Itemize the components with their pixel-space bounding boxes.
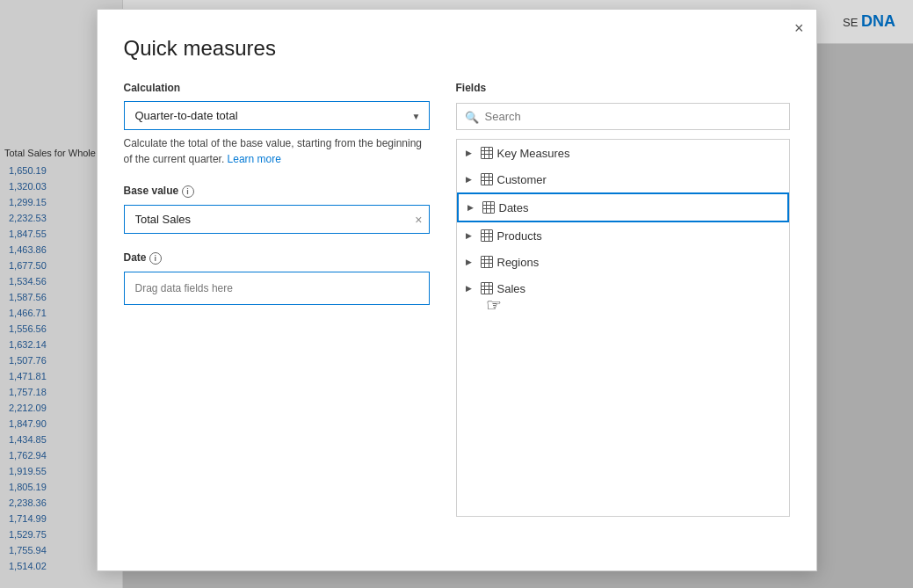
field-name-label: Products bbox=[497, 229, 542, 243]
base-value-clear-button[interactable]: × bbox=[415, 214, 422, 226]
table-icon bbox=[480, 172, 494, 186]
table-icon bbox=[480, 255, 494, 269]
fields-label: Fields bbox=[456, 82, 790, 94]
expand-arrow-icon: ▶ bbox=[466, 149, 476, 157]
left-panel: Calculation Quarter-to-date totalMonth-t… bbox=[124, 82, 430, 517]
right-panel: Fields 🔍 ▶ Key Measures▶ Customer▶ Dates… bbox=[456, 82, 790, 517]
base-value-label: Base value i bbox=[124, 185, 430, 198]
field-item[interactable]: ▶ Customer bbox=[457, 166, 789, 192]
quick-measures-modal: × Quick measures Calculation Quarter-to-… bbox=[97, 9, 817, 571]
field-name-label: Customer bbox=[497, 173, 547, 186]
field-item[interactable]: ▶ Products bbox=[457, 222, 789, 249]
table-icon bbox=[480, 281, 494, 295]
base-value-input[interactable] bbox=[124, 205, 430, 234]
close-button[interactable]: × bbox=[794, 20, 804, 36]
svg-rect-15 bbox=[481, 230, 492, 242]
field-item[interactable]: ▶ Regions bbox=[457, 249, 789, 275]
table-icon bbox=[482, 200, 496, 214]
base-value-info-icon: i bbox=[182, 185, 194, 198]
calculation-dropdown-container: Quarter-to-date totalMonth-to-date total… bbox=[124, 101, 430, 130]
field-name-label: Sales bbox=[497, 282, 526, 295]
svg-rect-20 bbox=[481, 257, 492, 268]
expand-arrow-icon: ▶ bbox=[466, 258, 476, 266]
modal-body: Calculation Quarter-to-date totalMonth-t… bbox=[124, 82, 790, 517]
calc-description: Calculate the total of the base value, s… bbox=[124, 135, 430, 167]
date-label: Date i bbox=[124, 251, 430, 265]
base-value-input-container: × bbox=[124, 205, 430, 234]
svg-rect-0 bbox=[481, 148, 492, 159]
svg-rect-25 bbox=[481, 283, 492, 294]
modal-overlay: × Quick measures Calculation Quarter-to-… bbox=[0, 0, 913, 588]
svg-rect-5 bbox=[481, 174, 492, 185]
field-item[interactable]: ▶ Sales bbox=[457, 275, 789, 301]
fields-search-input[interactable] bbox=[456, 103, 790, 130]
field-name-label: Regions bbox=[497, 256, 540, 269]
modal-title: Quick measures bbox=[124, 36, 790, 61]
field-name-label: Dates bbox=[499, 201, 529, 214]
calculation-dropdown[interactable]: Quarter-to-date totalMonth-to-date total… bbox=[124, 101, 430, 130]
date-info-icon: i bbox=[149, 252, 162, 265]
table-icon bbox=[480, 229, 494, 243]
expand-arrow-icon: ▶ bbox=[466, 284, 476, 293]
field-name-label: Key Measures bbox=[497, 147, 570, 160]
field-item[interactable]: ▶ Dates bbox=[457, 192, 789, 222]
svg-rect-10 bbox=[482, 202, 494, 214]
table-icon bbox=[480, 146, 494, 160]
date-drag-input[interactable] bbox=[124, 272, 430, 305]
learn-more-link[interactable]: Learn more bbox=[228, 153, 281, 165]
expand-arrow-icon: ▶ bbox=[467, 203, 478, 212]
expand-arrow-icon: ▶ bbox=[466, 175, 476, 184]
search-box: 🔍 bbox=[456, 103, 790, 130]
expand-arrow-icon: ▶ bbox=[466, 231, 476, 240]
fields-list: ▶ Key Measures▶ Customer▶ Dates▶ Product… bbox=[456, 139, 790, 517]
field-item[interactable]: ▶ Key Measures bbox=[457, 140, 789, 166]
calculation-label: Calculation bbox=[124, 82, 430, 94]
search-icon: 🔍 bbox=[465, 110, 479, 123]
